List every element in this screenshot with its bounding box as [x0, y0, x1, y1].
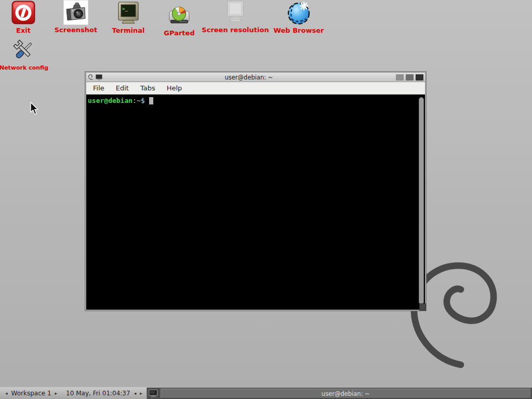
menu-edit[interactable]: Edit [110, 83, 135, 94]
desktop-icon-label: Web Browser [274, 27, 324, 34]
show-desktop-icon[interactable] [147, 388, 159, 399]
workspace-label: Workspace 1 [11, 390, 51, 397]
globe-icon [286, 1, 311, 25]
desktop-icon-web-browser[interactable]: Web Browser [260, 1, 338, 34]
disk-partition-icon [167, 3, 192, 28]
power-icon [11, 1, 36, 25]
crt-terminal-icon: >_ [116, 1, 141, 25]
terminal-window: user@debian: ~ File Edit Tabs Help user@… [85, 72, 426, 311]
prompt-symbols: :~$ [132, 97, 144, 104]
task-button[interactable]: user@debian: ~ [161, 389, 531, 398]
window-title: user@debian: ~ [104, 74, 394, 81]
camera-icon [63, 0, 88, 25]
menu-tabs[interactable]: Tabs [135, 83, 161, 94]
maximize-button[interactable] [406, 74, 414, 81]
clock: 10 May, Fri 01:04:37 [66, 390, 130, 397]
close-button[interactable] [416, 74, 423, 81]
workspace-prev-icon[interactable]: ◂ [5, 388, 8, 399]
svg-text:>_: >_ [122, 6, 128, 11]
task-button-label: user@debian: ~ [322, 390, 370, 397]
desktop-icon-network-config[interactable]: Network config [0, 38, 63, 72]
desktop-icon-label: GParted [164, 30, 194, 37]
taskbar: ◂ Workspace 1 ▸ 10 May, Fri 01:04:37 ◂ ▸… [0, 387, 532, 399]
minimize-button[interactable] [396, 74, 404, 81]
desktop-icon-label: Terminal [112, 27, 145, 34]
terminal-content[interactable]: user@debian:~$ [86, 95, 425, 310]
desktop-icon-label: Network config [0, 64, 48, 72]
terminal-app-icon [96, 74, 102, 81]
scrollbar-thumb[interactable] [419, 97, 424, 304]
monitor-icon [223, 0, 248, 25]
terminal-cursor [149, 97, 153, 104]
menubar: File Edit Tabs Help [86, 82, 425, 95]
titlebar[interactable]: user@debian: ~ [86, 73, 425, 82]
clock-next-icon[interactable]: ▸ [140, 388, 142, 399]
workspace-switcher[interactable]: ◂ Workspace 1 ▸ 10 May, Fri 01:04:37 ◂ ▸ [0, 388, 147, 399]
menu-help[interactable]: Help [161, 83, 188, 94]
clock-prev-icon[interactable]: ◂ [134, 388, 137, 399]
tools-icon [11, 38, 36, 63]
workspace-next-icon[interactable]: ▸ [55, 388, 58, 399]
mouse-cursor [30, 102, 40, 116]
desktop-icon-label: Screen resolution [202, 26, 269, 34]
menu-file[interactable]: File [87, 83, 110, 94]
scrollbar[interactable] [419, 97, 424, 304]
resize-grip-icon[interactable] [419, 303, 426, 311]
prompt-line: user@debian:~$ [86, 95, 425, 104]
debian-swirl-icon [88, 74, 94, 81]
desktop-icon-label: Exit [16, 27, 31, 34]
prompt-user-host: user@debian [88, 97, 132, 104]
